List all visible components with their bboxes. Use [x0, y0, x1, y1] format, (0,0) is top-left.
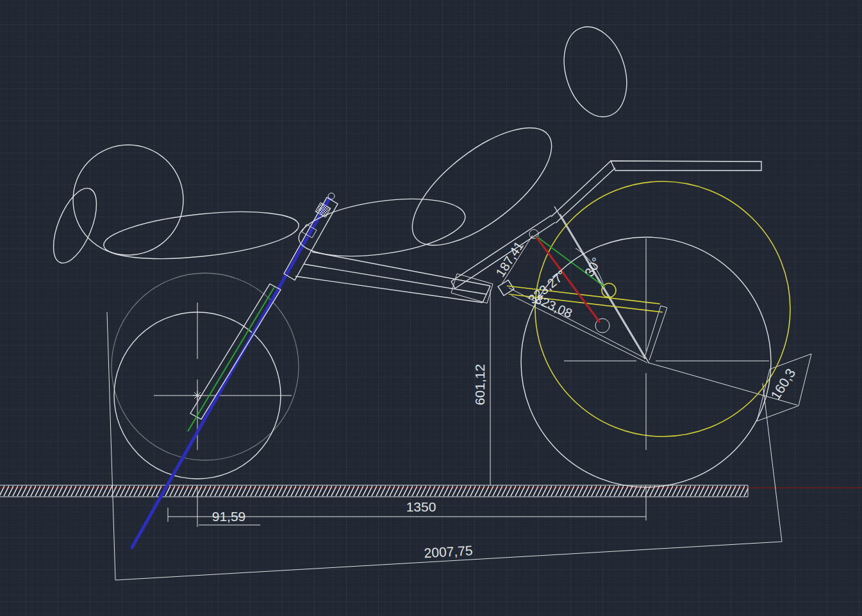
recumbent-bike-drawing: 2007,75 1350 91,59 601,12 160,3 187,41 3…: [0, 0, 862, 616]
dim-bottom-height-label: 601,12: [472, 364, 487, 405]
main-tube-bottom: [295, 276, 483, 303]
rear-stay-bottom: [560, 214, 649, 363]
front-hub-star-marker: [193, 391, 202, 400]
dim-wheelbase-label: 1350: [406, 499, 436, 514]
cad-drawing-canvas[interactable]: 2007,75 1350 91,59 601,12 160,3 187,41 3…: [0, 0, 862, 616]
rear-rack: [611, 161, 761, 171]
chain-line-bottom: [511, 296, 647, 363]
rider-head-ellipse: [554, 19, 637, 125]
dimension-labels: 2007,75 1350 91,59 601,12 160,3 187,41 3…: [212, 239, 799, 561]
overall-length-outline: [107, 312, 782, 580]
crank-link-cap: [661, 306, 667, 308]
front-pedal-circle: [73, 145, 183, 255]
dim-rear-length-label: 160,3: [768, 366, 798, 403]
seat-back-top: [551, 161, 611, 217]
dim-seat-link-label: 187,41: [493, 239, 526, 279]
fork-centerline-green: [188, 287, 274, 431]
rider-foot-ellipse: [45, 183, 106, 269]
ground: [0, 485, 862, 497]
main-tube-top: [312, 252, 490, 286]
dim-front-offset-label: 91,59: [212, 509, 246, 524]
rider-mannequin: [45, 19, 637, 269]
stem-clamp-hatched: [315, 203, 331, 217]
seat-back-bottom: [556, 168, 615, 223]
dim-total-length-label: 2007,75: [424, 543, 473, 560]
main-tube-mid: [304, 264, 486, 294]
bottom-bracket: [498, 280, 514, 296]
rider-shin-ellipse: [101, 204, 301, 267]
